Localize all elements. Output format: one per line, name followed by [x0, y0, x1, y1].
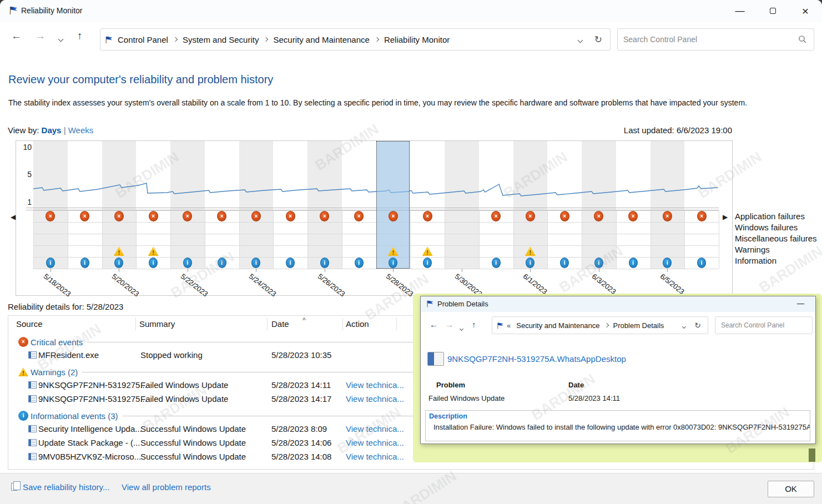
- chart-scroll-right-icon[interactable]: ▶: [723, 213, 728, 221]
- day-column-5/27/2023[interactable]: [342, 141, 376, 269]
- information-icon[interactable]: i: [492, 258, 501, 268]
- information-icon[interactable]: i: [46, 258, 55, 268]
- chart-scroll-left-icon[interactable]: ◀: [11, 213, 16, 221]
- breadcrumb-overflow[interactable]: «: [504, 321, 513, 330]
- information-icon[interactable]: i: [218, 258, 226, 268]
- application-failure-icon[interactable]: ×: [286, 211, 295, 221]
- day-column-5/26/2023[interactable]: [307, 141, 342, 269]
- up-button[interactable]: ↑: [77, 30, 83, 42]
- view-technical-details-link[interactable]: View technica...: [346, 452, 404, 461]
- view-technical-details-link[interactable]: View technica...: [346, 394, 404, 404]
- back-button[interactable]: ←: [11, 30, 22, 42]
- row-source: 9NKSQGP7F2NH-5319275...: [38, 380, 147, 390]
- column-header-action[interactable]: Action: [346, 319, 369, 329]
- breadcrumb-item-0[interactable]: Control Panel: [114, 35, 172, 44]
- breadcrumb-separator-icon[interactable]: [264, 37, 268, 42]
- problem-app-title: 9NKSQGP7F2NH-5319275A.WhatsAppDesktop: [447, 354, 626, 364]
- search-input[interactable]: [715, 317, 812, 334]
- day-column-5/18/2023[interactable]: [33, 141, 68, 269]
- last-updated-label: Last updated: 6/6/2023 19:00: [624, 125, 732, 135]
- information-icon[interactable]: i: [697, 258, 706, 268]
- application-failure-icon[interactable]: ×: [114, 211, 124, 221]
- application-failure-icon[interactable]: ×: [628, 211, 638, 221]
- information-icon[interactable]: i: [183, 258, 192, 268]
- column-header-date[interactable]: Date: [271, 319, 289, 329]
- search-input[interactable]: [618, 29, 784, 50]
- day-column-5/30/2023[interactable]: [445, 141, 479, 269]
- view-all-problem-reports-link[interactable]: View all problem reports: [122, 482, 211, 492]
- information-icon[interactable]: i: [80, 258, 89, 268]
- application-failure-icon[interactable]: ×: [663, 211, 672, 221]
- day-column-5/25/2023[interactable]: [273, 141, 307, 269]
- breadcrumb-separator-icon[interactable]: [173, 37, 178, 42]
- breadcrumb-dropdown-chevron-icon[interactable]: [578, 34, 582, 44]
- breadcrumb-separator-icon[interactable]: [604, 323, 608, 327]
- refresh-icon[interactable]: ↻: [594, 34, 602, 46]
- ok-button[interactable]: OK: [768, 481, 814, 497]
- information-icon[interactable]: i: [629, 258, 638, 268]
- application-failure-icon[interactable]: ×: [80, 211, 89, 221]
- application-failure-icon[interactable]: ×: [149, 211, 158, 221]
- refresh-icon[interactable]: ↻: [694, 321, 701, 330]
- breadcrumb-dropdown-chevron-icon[interactable]: [683, 320, 685, 330]
- page-title: Review your computer's reliability and p…: [8, 73, 273, 86]
- application-failure-icon[interactable]: ×: [354, 211, 364, 221]
- information-icon[interactable]: i: [423, 258, 432, 268]
- search-icon[interactable]: [798, 35, 807, 44]
- day-column-6/5/2023[interactable]: [650, 141, 685, 269]
- recent-pages-chevron-icon[interactable]: [460, 322, 463, 332]
- view-by-days-link[interactable]: Days: [42, 125, 62, 135]
- up-button[interactable]: ↑: [472, 320, 476, 329]
- day-column-6/6/2023[interactable]: [684, 141, 719, 269]
- forward-button[interactable]: →: [35, 30, 46, 42]
- close-button[interactable]: ×: [793, 0, 818, 22]
- day-column-6/4/2023[interactable]: [616, 141, 650, 269]
- date-tick: [119, 269, 119, 272]
- view-technical-details-link[interactable]: View technica...: [346, 438, 404, 447]
- application-failure-icon[interactable]: ×: [560, 211, 569, 221]
- application-failure-icon[interactable]: ×: [526, 211, 535, 221]
- information-icon[interactable]: i: [286, 258, 295, 268]
- application-failure-icon[interactable]: ×: [491, 211, 501, 221]
- date-label: 5/20/2023: [110, 272, 141, 298]
- information-icon[interactable]: i: [560, 258, 569, 268]
- view-technical-details-link[interactable]: View technica...: [346, 424, 404, 434]
- day-column-5/31/2023[interactable]: [479, 141, 513, 269]
- view-technical-details-link[interactable]: View technica...: [346, 380, 404, 390]
- breadcrumb-item-2[interactable]: Security and Maintenance: [270, 35, 372, 44]
- column-header-summary[interactable]: Summary: [139, 319, 175, 329]
- view-by-weeks-link[interactable]: Weeks: [68, 125, 94, 135]
- information-icon[interactable]: i: [355, 258, 364, 268]
- breadcrumb-item-3[interactable]: Reliability Monitor: [381, 35, 453, 44]
- day-column-6/2/2023[interactable]: [547, 141, 582, 269]
- information-icon[interactable]: i: [320, 258, 329, 268]
- breadcrumb-item-1[interactable]: System and Security: [179, 35, 263, 44]
- day-column-5/22/2023[interactable]: [170, 141, 205, 269]
- information-icon[interactable]: i: [149, 258, 158, 268]
- application-failure-icon[interactable]: ×: [217, 211, 226, 221]
- breadcrumb-item-0[interactable]: Security and Maintenance: [513, 321, 602, 330]
- minimize-button[interactable]: —: [797, 299, 804, 308]
- sort-ascending-icon[interactable]: ^: [302, 316, 306, 324]
- recent-pages-chevron-icon[interactable]: [59, 33, 63, 43]
- application-failure-icon[interactable]: ×: [697, 211, 707, 221]
- application-failure-icon[interactable]: ×: [423, 211, 432, 221]
- application-icon: [427, 352, 444, 366]
- day-column-5/24/2023[interactable]: [239, 141, 274, 269]
- application-failure-icon[interactable]: ×: [251, 211, 261, 221]
- column-header-source[interactable]: Source: [16, 319, 43, 329]
- minimize-button[interactable]: —: [727, 0, 753, 22]
- day-column-6/3/2023[interactable]: [582, 141, 616, 269]
- save-reliability-history-link[interactable]: Save reliability history...: [23, 482, 109, 492]
- maximize-button[interactable]: [760, 0, 785, 22]
- back-button[interactable]: ←: [430, 320, 438, 329]
- application-failure-icon[interactable]: ×: [389, 211, 398, 221]
- day-column-5/19/2023[interactable]: [68, 141, 102, 269]
- day-column-5/23/2023[interactable]: [205, 141, 239, 269]
- information-icon[interactable]: i: [594, 258, 603, 268]
- description-box: Description Installation Failure: Window…: [425, 410, 810, 441]
- chart-grid-line: [33, 269, 719, 269]
- breadcrumb-item-1[interactable]: Problem Details: [611, 321, 667, 330]
- forward-button[interactable]: →: [445, 320, 453, 329]
- breadcrumb-separator-icon[interactable]: [375, 37, 379, 42]
